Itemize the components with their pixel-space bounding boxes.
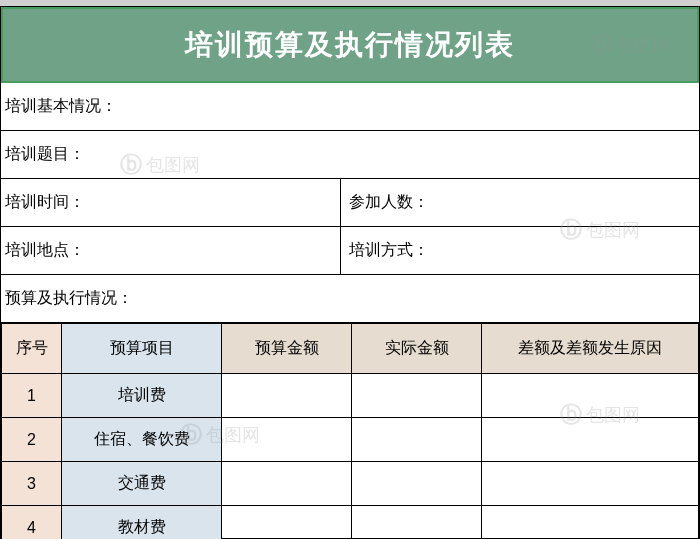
header-budget: 预算金额 (222, 324, 352, 374)
budget-exec-label: 预算及执行情况： (1, 288, 699, 309)
info-row-budget-exec: 预算及执行情况： (1, 275, 699, 323)
cell-item[interactable]: 住宿、餐饮费 (62, 418, 222, 462)
cell-item[interactable]: 交通费 (62, 462, 222, 506)
header-diff: 差额及差额发生原因 (482, 324, 699, 374)
info-row-basic: 培训基本情况： (1, 83, 699, 131)
table-row: 4 教材费 (2, 506, 699, 540)
info-row-topic: 培训题目： (1, 131, 699, 179)
cell-diff[interactable] (482, 462, 699, 506)
title-bar: 培训预算及执行情况列表 (1, 7, 699, 83)
header-actual: 实际金额 (352, 324, 482, 374)
cell-no[interactable]: 3 (2, 462, 62, 506)
document-title: 培训预算及执行情况列表 (185, 26, 515, 64)
header-item: 预算项目 (62, 324, 222, 374)
cell-no[interactable]: 4 (2, 506, 62, 540)
cell-no[interactable]: 2 (2, 418, 62, 462)
cell-budget[interactable] (222, 418, 352, 462)
cell-actual[interactable] (352, 506, 482, 540)
time-label: 培训时间： (1, 179, 341, 226)
table-row: 3 交通费 (2, 462, 699, 506)
cell-actual[interactable] (352, 418, 482, 462)
cell-item[interactable]: 教材费 (62, 506, 222, 540)
header-no: 序号 (2, 324, 62, 374)
spreadsheet-sheet: 培训预算及执行情况列表 培训基本情况： 培训题目： 培训时间： 参加人数： 培训… (0, 6, 700, 539)
cell-budget[interactable] (222, 374, 352, 418)
info-row-location-method: 培训地点： 培训方式： (1, 227, 699, 275)
basic-info-label: 培训基本情况： (1, 96, 699, 117)
cell-actual[interactable] (352, 374, 482, 418)
cell-budget[interactable] (222, 462, 352, 506)
table-row: 2 住宿、餐饮费 (2, 418, 699, 462)
method-label: 培训方式： (341, 227, 699, 274)
location-label: 培训地点： (1, 227, 341, 274)
cell-diff[interactable] (482, 418, 699, 462)
topic-label: 培训题目： (1, 144, 699, 165)
cell-diff[interactable] (482, 506, 699, 540)
cell-budget[interactable] (222, 506, 352, 540)
participants-label: 参加人数： (341, 179, 699, 226)
cell-no[interactable]: 1 (2, 374, 62, 418)
table-row: 1 培训费 (2, 374, 699, 418)
info-row-time-participants: 培训时间： 参加人数： (1, 179, 699, 227)
cell-item[interactable]: 培训费 (62, 374, 222, 418)
table-header-row: 序号 预算项目 预算金额 实际金额 差额及差额发生原因 (2, 324, 699, 374)
cell-diff[interactable] (482, 374, 699, 418)
cell-actual[interactable] (352, 462, 482, 506)
budget-table: 序号 预算项目 预算金额 实际金额 差额及差额发生原因 1 培训费 2 住宿、餐… (1, 323, 699, 539)
